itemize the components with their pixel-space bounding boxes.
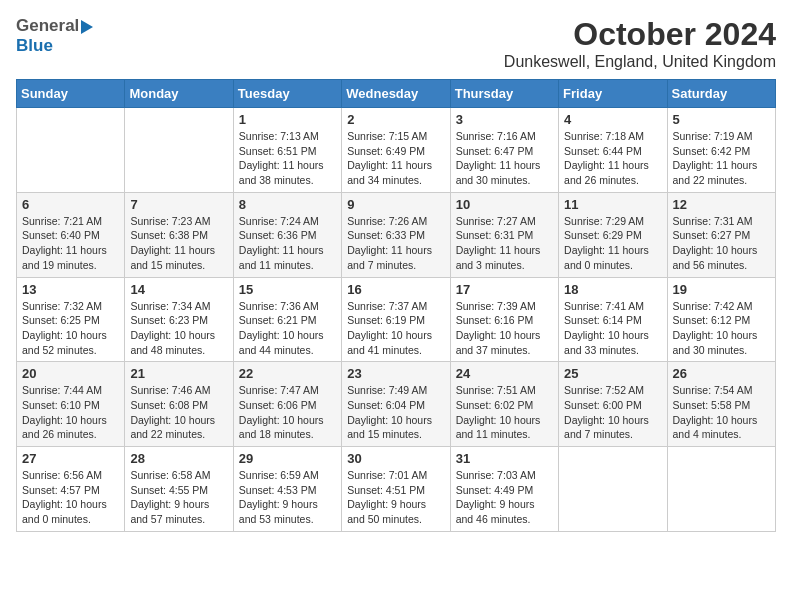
day-number: 8 [239, 197, 336, 212]
day-info: Sunrise: 7:24 AM Sunset: 6:36 PM Dayligh… [239, 214, 336, 273]
table-row: 24Sunrise: 7:51 AM Sunset: 6:02 PM Dayli… [450, 362, 558, 447]
calendar-header-row: Sunday Monday Tuesday Wednesday Thursday… [17, 80, 776, 108]
day-info: Sunrise: 7:37 AM Sunset: 6:19 PM Dayligh… [347, 299, 444, 358]
day-number: 27 [22, 451, 119, 466]
table-row: 27Sunrise: 6:56 AM Sunset: 4:57 PM Dayli… [17, 447, 125, 532]
day-info: Sunrise: 7:27 AM Sunset: 6:31 PM Dayligh… [456, 214, 553, 273]
day-number: 28 [130, 451, 227, 466]
calendar-week-row: 27Sunrise: 6:56 AM Sunset: 4:57 PM Dayli… [17, 447, 776, 532]
day-number: 15 [239, 282, 336, 297]
logo-arrow-icon [81, 20, 93, 34]
day-info: Sunrise: 7:49 AM Sunset: 6:04 PM Dayligh… [347, 383, 444, 442]
table-row: 4Sunrise: 7:18 AM Sunset: 6:44 PM Daylig… [559, 108, 667, 193]
table-row: 8Sunrise: 7:24 AM Sunset: 6:36 PM Daylig… [233, 192, 341, 277]
day-info: Sunrise: 7:29 AM Sunset: 6:29 PM Dayligh… [564, 214, 661, 273]
table-row [125, 108, 233, 193]
table-row: 13Sunrise: 7:32 AM Sunset: 6:25 PM Dayli… [17, 277, 125, 362]
day-info: Sunrise: 6:56 AM Sunset: 4:57 PM Dayligh… [22, 468, 119, 527]
day-number: 23 [347, 366, 444, 381]
table-row: 26Sunrise: 7:54 AM Sunset: 5:58 PM Dayli… [667, 362, 775, 447]
day-info: Sunrise: 7:21 AM Sunset: 6:40 PM Dayligh… [22, 214, 119, 273]
logo-blue: Blue [16, 36, 53, 55]
table-row: 17Sunrise: 7:39 AM Sunset: 6:16 PM Dayli… [450, 277, 558, 362]
page-title: October 2024 [504, 16, 776, 53]
day-info: Sunrise: 7:19 AM Sunset: 6:42 PM Dayligh… [673, 129, 770, 188]
day-info: Sunrise: 7:42 AM Sunset: 6:12 PM Dayligh… [673, 299, 770, 358]
table-row: 30Sunrise: 7:01 AM Sunset: 4:51 PM Dayli… [342, 447, 450, 532]
table-row: 25Sunrise: 7:52 AM Sunset: 6:00 PM Dayli… [559, 362, 667, 447]
table-row: 3Sunrise: 7:16 AM Sunset: 6:47 PM Daylig… [450, 108, 558, 193]
calendar-week-row: 20Sunrise: 7:44 AM Sunset: 6:10 PM Dayli… [17, 362, 776, 447]
day-number: 6 [22, 197, 119, 212]
day-number: 30 [347, 451, 444, 466]
day-number: 14 [130, 282, 227, 297]
page-header: General Blue October 2024 Dunkeswell, En… [16, 16, 776, 71]
day-info: Sunrise: 7:51 AM Sunset: 6:02 PM Dayligh… [456, 383, 553, 442]
day-number: 29 [239, 451, 336, 466]
day-info: Sunrise: 7:41 AM Sunset: 6:14 PM Dayligh… [564, 299, 661, 358]
day-number: 17 [456, 282, 553, 297]
day-number: 16 [347, 282, 444, 297]
day-number: 31 [456, 451, 553, 466]
table-row: 2Sunrise: 7:15 AM Sunset: 6:49 PM Daylig… [342, 108, 450, 193]
day-info: Sunrise: 7:03 AM Sunset: 4:49 PM Dayligh… [456, 468, 553, 527]
weekday-thursday: Thursday [450, 80, 558, 108]
day-number: 21 [130, 366, 227, 381]
table-row: 14Sunrise: 7:34 AM Sunset: 6:23 PM Dayli… [125, 277, 233, 362]
day-number: 5 [673, 112, 770, 127]
weekday-sunday: Sunday [17, 80, 125, 108]
logo-general: General [16, 16, 79, 36]
weekday-friday: Friday [559, 80, 667, 108]
day-info: Sunrise: 6:59 AM Sunset: 4:53 PM Dayligh… [239, 468, 336, 527]
table-row: 28Sunrise: 6:58 AM Sunset: 4:55 PM Dayli… [125, 447, 233, 532]
day-number: 4 [564, 112, 661, 127]
table-row: 9Sunrise: 7:26 AM Sunset: 6:33 PM Daylig… [342, 192, 450, 277]
calendar-week-row: 13Sunrise: 7:32 AM Sunset: 6:25 PM Dayli… [17, 277, 776, 362]
table-row: 29Sunrise: 6:59 AM Sunset: 4:53 PM Dayli… [233, 447, 341, 532]
day-info: Sunrise: 6:58 AM Sunset: 4:55 PM Dayligh… [130, 468, 227, 527]
day-info: Sunrise: 7:39 AM Sunset: 6:16 PM Dayligh… [456, 299, 553, 358]
day-info: Sunrise: 7:46 AM Sunset: 6:08 PM Dayligh… [130, 383, 227, 442]
day-number: 20 [22, 366, 119, 381]
table-row [17, 108, 125, 193]
day-info: Sunrise: 7:15 AM Sunset: 6:49 PM Dayligh… [347, 129, 444, 188]
table-row: 1Sunrise: 7:13 AM Sunset: 6:51 PM Daylig… [233, 108, 341, 193]
day-number: 25 [564, 366, 661, 381]
day-info: Sunrise: 7:26 AM Sunset: 6:33 PM Dayligh… [347, 214, 444, 273]
day-info: Sunrise: 7:52 AM Sunset: 6:00 PM Dayligh… [564, 383, 661, 442]
day-number: 12 [673, 197, 770, 212]
day-info: Sunrise: 7:16 AM Sunset: 6:47 PM Dayligh… [456, 129, 553, 188]
day-info: Sunrise: 7:32 AM Sunset: 6:25 PM Dayligh… [22, 299, 119, 358]
day-number: 24 [456, 366, 553, 381]
table-row: 21Sunrise: 7:46 AM Sunset: 6:08 PM Dayli… [125, 362, 233, 447]
day-info: Sunrise: 7:47 AM Sunset: 6:06 PM Dayligh… [239, 383, 336, 442]
table-row: 6Sunrise: 7:21 AM Sunset: 6:40 PM Daylig… [17, 192, 125, 277]
day-number: 13 [22, 282, 119, 297]
calendar-table: Sunday Monday Tuesday Wednesday Thursday… [16, 79, 776, 532]
table-row [667, 447, 775, 532]
day-number: 10 [456, 197, 553, 212]
day-info: Sunrise: 7:31 AM Sunset: 6:27 PM Dayligh… [673, 214, 770, 273]
day-info: Sunrise: 7:13 AM Sunset: 6:51 PM Dayligh… [239, 129, 336, 188]
page-subtitle: Dunkeswell, England, United Kingdom [504, 53, 776, 71]
day-number: 9 [347, 197, 444, 212]
day-info: Sunrise: 7:36 AM Sunset: 6:21 PM Dayligh… [239, 299, 336, 358]
table-row: 22Sunrise: 7:47 AM Sunset: 6:06 PM Dayli… [233, 362, 341, 447]
table-row: 31Sunrise: 7:03 AM Sunset: 4:49 PM Dayli… [450, 447, 558, 532]
day-info: Sunrise: 7:23 AM Sunset: 6:38 PM Dayligh… [130, 214, 227, 273]
table-row: 10Sunrise: 7:27 AM Sunset: 6:31 PM Dayli… [450, 192, 558, 277]
table-row: 18Sunrise: 7:41 AM Sunset: 6:14 PM Dayli… [559, 277, 667, 362]
table-row: 7Sunrise: 7:23 AM Sunset: 6:38 PM Daylig… [125, 192, 233, 277]
table-row: 11Sunrise: 7:29 AM Sunset: 6:29 PM Dayli… [559, 192, 667, 277]
day-number: 2 [347, 112, 444, 127]
weekday-tuesday: Tuesday [233, 80, 341, 108]
table-row: 12Sunrise: 7:31 AM Sunset: 6:27 PM Dayli… [667, 192, 775, 277]
table-row [559, 447, 667, 532]
weekday-saturday: Saturday [667, 80, 775, 108]
day-info: Sunrise: 7:34 AM Sunset: 6:23 PM Dayligh… [130, 299, 227, 358]
calendar-week-row: 1Sunrise: 7:13 AM Sunset: 6:51 PM Daylig… [17, 108, 776, 193]
day-info: Sunrise: 7:44 AM Sunset: 6:10 PM Dayligh… [22, 383, 119, 442]
day-number: 7 [130, 197, 227, 212]
weekday-wednesday: Wednesday [342, 80, 450, 108]
table-row: 5Sunrise: 7:19 AM Sunset: 6:42 PM Daylig… [667, 108, 775, 193]
